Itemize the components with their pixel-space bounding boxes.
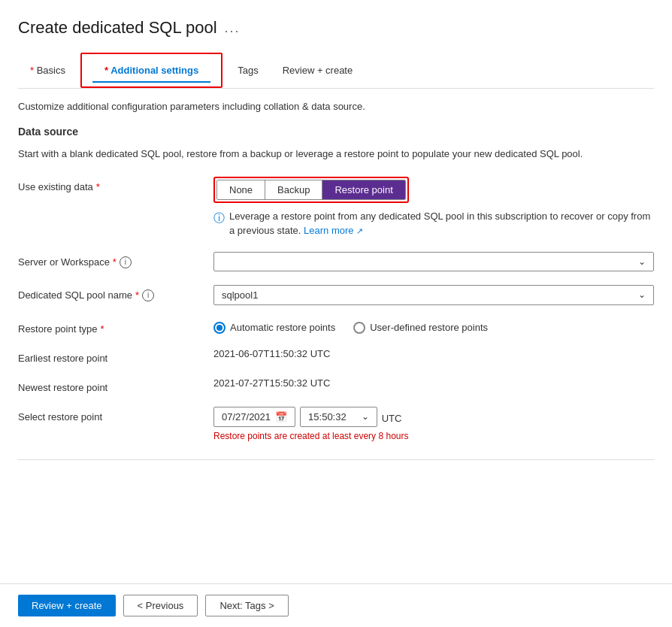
restore-point-date-value: 07/27/2021 xyxy=(222,411,271,423)
tab-basics-label: Basics xyxy=(30,65,65,76)
radio-user-defined[interactable]: User-defined restore points xyxy=(353,322,488,334)
earliest-restore-point-value: 2021-06-07T11:50:32 UTC xyxy=(213,345,330,359)
earliest-restore-point-row: Earliest restore point 2021-06-07T11:50:… xyxy=(18,348,654,364)
data-source-description: Start with a blank dedicated SQL pool, r… xyxy=(18,147,654,162)
sql-pool-name-label: Dedicated SQL pool name * i xyxy=(18,285,213,301)
data-source-title: Data source xyxy=(18,126,654,138)
use-existing-data-row: Use existing data * None Backup Restore … xyxy=(18,177,654,238)
server-workspace-control: ⌄ xyxy=(213,252,654,271)
select-restore-point-control: 07/27/2021 📅 15:50:32 ⌄ UTC Restore poin… xyxy=(213,407,654,441)
tab-tags[interactable]: Tags xyxy=(226,59,270,82)
radio-user-defined-circle xyxy=(353,322,365,334)
radio-user-defined-label: User-defined restore points xyxy=(370,322,488,333)
restore-point-time-dropdown[interactable]: 15:50:32 ⌄ xyxy=(300,407,377,427)
restore-point-date-input[interactable]: 07/27/2021 📅 xyxy=(213,407,295,427)
datetime-row: 07/27/2021 📅 15:50:32 ⌄ UTC xyxy=(213,407,654,427)
restore-point-type-row: Restore point type * Automatic restore p… xyxy=(18,319,654,335)
toggle-none[interactable]: None xyxy=(217,180,265,199)
tab-bar: Basics Additional settings Tags Review +… xyxy=(18,53,654,89)
external-link-icon: ↗ xyxy=(356,226,363,235)
learn-more-link[interactable]: Learn more ↗ xyxy=(304,225,363,236)
tab-additional-settings-label: Additional settings xyxy=(104,65,198,76)
sql-pool-name-value: sqlpool1 xyxy=(222,289,258,301)
info-text: Leverage a restore point from any dedica… xyxy=(229,211,650,237)
restore-note: Restore points are created at least ever… xyxy=(213,431,654,441)
restore-point-info: ⓘ Leverage a restore point from any dedi… xyxy=(213,209,654,238)
restore-point-type-label: Restore point type * xyxy=(18,319,213,335)
earliest-restore-point-control: 2021-06-07T11:50:32 UTC xyxy=(213,348,654,359)
use-existing-data-required: * xyxy=(96,181,100,192)
server-workspace-row: Server or Workspace * i ⌄ xyxy=(18,252,654,271)
tab-review-create[interactable]: Review + create xyxy=(271,59,365,82)
server-workspace-arrow: ⌄ xyxy=(638,256,646,267)
info-icon: ⓘ xyxy=(213,210,225,227)
use-existing-data-toggle-group: None Backup Restore point xyxy=(216,180,406,200)
page-title-dots: ... xyxy=(225,20,241,36)
sql-pool-name-info-icon[interactable]: i xyxy=(142,289,154,301)
use-existing-data-control: None Backup Restore point ⓘ Leverage a r… xyxy=(213,177,654,238)
section-description: Customize additional configuration param… xyxy=(18,101,654,112)
utc-label: UTC xyxy=(382,410,402,424)
sql-pool-name-dropdown[interactable]: sqlpool1 ⌄ xyxy=(213,285,654,305)
calendar-icon: 📅 xyxy=(275,411,287,423)
review-create-button[interactable]: Review + create xyxy=(18,595,116,616)
tab-tags-label: Tags xyxy=(238,65,258,76)
restore-point-time-value: 15:50:32 xyxy=(308,411,347,423)
server-workspace-label: Server or Workspace * i xyxy=(18,252,213,268)
radio-automatic[interactable]: Automatic restore points xyxy=(213,322,335,334)
tab-basics[interactable]: Basics xyxy=(18,59,77,82)
newest-restore-point-value: 2021-07-27T15:50:32 UTC xyxy=(213,374,330,389)
next-button[interactable]: Next: Tags > xyxy=(205,595,288,616)
restore-point-type-control: Automatic restore points User-defined re… xyxy=(213,319,654,334)
previous-button[interactable]: < Previous xyxy=(123,595,198,616)
select-restore-point-row: Select restore point 07/27/2021 📅 15:50:… xyxy=(18,407,654,441)
bottom-divider xyxy=(18,459,654,460)
sql-pool-name-arrow: ⌄ xyxy=(638,289,646,300)
toggle-restore-point[interactable]: Restore point xyxy=(322,180,404,199)
server-workspace-info-icon[interactable]: i xyxy=(120,256,132,268)
tab-additional-settings[interactable]: Additional settings xyxy=(92,59,210,82)
newest-restore-point-control: 2021-07-27T15:50:32 UTC xyxy=(213,377,654,389)
radio-automatic-label: Automatic restore points xyxy=(230,322,335,333)
select-restore-point-label: Select restore point xyxy=(18,407,213,423)
tab-review-create-label: Review + create xyxy=(283,65,353,76)
page-title: Create dedicated SQL pool xyxy=(18,18,217,38)
server-workspace-dropdown[interactable]: ⌄ xyxy=(213,252,654,271)
sql-pool-name-row: Dedicated SQL pool name * i sqlpool1 ⌄ xyxy=(18,285,654,305)
newest-restore-point-row: Newest restore point 2021-07-27T15:50:32… xyxy=(18,377,654,393)
sql-pool-name-control: sqlpool1 ⌄ xyxy=(213,285,654,305)
toggle-backup[interactable]: Backup xyxy=(265,180,322,199)
radio-automatic-circle xyxy=(213,322,226,334)
use-existing-data-label: Use existing data * xyxy=(18,177,213,192)
restore-point-type-radio-group: Automatic restore points User-defined re… xyxy=(213,319,654,334)
earliest-restore-point-label: Earliest restore point xyxy=(18,348,213,364)
newest-restore-point-label: Newest restore point xyxy=(18,377,213,393)
time-dropdown-arrow: ⌄ xyxy=(362,411,369,422)
footer: Review + create < Previous Next: Tags > xyxy=(0,583,672,627)
